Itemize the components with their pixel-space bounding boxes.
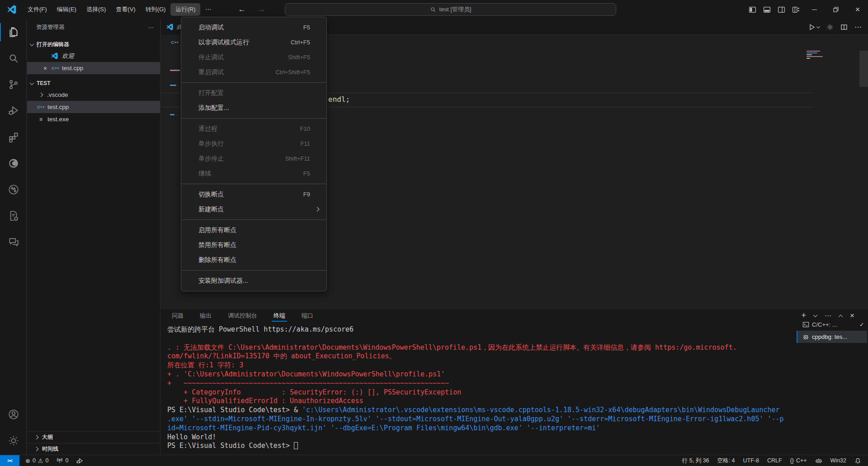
code-token-endl: endl bbox=[328, 95, 346, 104]
activity-source-control[interactable] bbox=[0, 71, 27, 98]
activity-search[interactable] bbox=[0, 45, 27, 71]
forward-arrow-icon[interactable]: → bbox=[257, 5, 265, 14]
customize-layout-icon[interactable] bbox=[791, 5, 801, 14]
close-button[interactable]: × bbox=[847, 0, 868, 19]
toggle-panel-icon[interactable] bbox=[762, 5, 772, 14]
editor-scrollbar-thumb[interactable] bbox=[859, 51, 868, 87]
indentation[interactable]: 空格: 4 bbox=[713, 455, 739, 466]
open-editors-section[interactable]: 打开的编辑器 bbox=[27, 39, 160, 50]
terminal-line: Hello World! bbox=[167, 433, 797, 442]
feedback-robot[interactable] bbox=[811, 455, 826, 466]
split-editor-icon[interactable] bbox=[840, 24, 848, 31]
menu-view[interactable]: 查看(V) bbox=[111, 3, 140, 16]
run-menu-item: 逐过程F10 bbox=[181, 121, 326, 136]
account-button[interactable] bbox=[0, 401, 27, 428]
open-editor-testcpp[interactable]: × C++ test.cpp bbox=[27, 62, 160, 74]
outline-section[interactable]: 大纲 bbox=[27, 431, 160, 443]
remote-icon: >< bbox=[7, 458, 12, 463]
toggle-secondary-sidebar-icon[interactable] bbox=[776, 5, 786, 14]
tree-item-testcpp[interactable]: C++ test.cpp bbox=[27, 101, 160, 113]
check-icon: ✓ bbox=[859, 321, 864, 328]
terminal-profile-chevron-icon[interactable] bbox=[813, 313, 818, 317]
close-editor-icon[interactable]: × bbox=[42, 65, 49, 72]
menu-run[interactable]: 运行(R) bbox=[170, 3, 200, 16]
eol-sequence[interactable]: CRLF bbox=[763, 455, 786, 466]
run-menu-item[interactable]: 删除所有断点 bbox=[181, 252, 326, 267]
menu-separator bbox=[181, 82, 326, 83]
minimize-icon bbox=[812, 10, 817, 10]
tab-debug-console[interactable]: 调试控制台 bbox=[228, 309, 257, 323]
run-cpp-button[interactable] bbox=[808, 24, 820, 31]
run-menu-item[interactable]: 新建断点 bbox=[181, 202, 326, 217]
encoding[interactable]: UTF-8 bbox=[739, 455, 763, 466]
terminal-instance-cpp-task[interactable]: C/C++: ... ✓ bbox=[797, 319, 867, 331]
problems-status[interactable]: ⊗ 0 ⚠ 0 bbox=[21, 455, 52, 466]
run-menu-item[interactable]: 以非调试模式运行Ctrl+F5 bbox=[181, 35, 326, 50]
terminal-output[interactable]: 尝试新的跨平台 PowerShell https://aka.ms/pscore… bbox=[167, 325, 797, 453]
terminal-text-segment: + ~~~~~~~~~~~~~~~~~~~~~~~~~~~~~~~~~~~~~~… bbox=[167, 379, 449, 387]
menu-more-icon[interactable]: ⋯ bbox=[200, 3, 216, 16]
terminal-instance-cppdbg[interactable]: cppdbg: tes... bbox=[797, 331, 867, 343]
platform-target[interactable]: Win32 bbox=[826, 455, 850, 466]
debug-status[interactable] bbox=[72, 455, 87, 466]
tab-ports[interactable]: 端口 bbox=[302, 309, 313, 323]
toggle-sidebar-icon[interactable] bbox=[747, 5, 757, 14]
run-menu-item-label: 逐过程 bbox=[198, 125, 300, 133]
tree-item-vscode-folder[interactable]: .vscode bbox=[27, 89, 160, 101]
tree-item-testexe[interactable]: ≡ test.exe bbox=[27, 113, 160, 125]
submenu-arrow-icon bbox=[315, 207, 320, 212]
terminal-instance-list: C/C++: ... ✓ cppdbg: tes... bbox=[797, 319, 867, 343]
command-center-search[interactable]: test [管理员] bbox=[285, 3, 616, 16]
share-circle-icon bbox=[8, 184, 19, 195]
history-navigation: ← → bbox=[238, 5, 265, 14]
debug-settings-gear-icon[interactable] bbox=[826, 24, 834, 31]
tab-problems[interactable]: 问题 bbox=[172, 309, 184, 323]
activity-extensions[interactable] bbox=[0, 124, 27, 150]
terminal-text-segment: Hello World! bbox=[167, 433, 216, 441]
activity-cpp-tools[interactable] bbox=[0, 203, 27, 229]
panel-tab-bar: 问题 输出 调试控制台 终端 端口 bbox=[172, 309, 313, 323]
run-menu-item[interactable]: 安装附加调试器... bbox=[181, 273, 326, 288]
tab-terminal[interactable]: 终端 bbox=[274, 309, 285, 323]
activity-edge-tools[interactable] bbox=[0, 150, 27, 176]
error-icon: ⊗ bbox=[25, 457, 30, 464]
terminal-line: + CategoryInfo : SecurityError: (:) [], … bbox=[167, 388, 797, 397]
run-menu-item[interactable]: 切换断点F9 bbox=[181, 187, 326, 202]
back-arrow-icon[interactable]: ← bbox=[238, 5, 245, 14]
sidebar-more-icon[interactable]: ⋯ bbox=[148, 24, 154, 31]
run-menu-item: 打开配置 bbox=[181, 86, 326, 100]
menu-goto[interactable]: 转到(G) bbox=[141, 3, 171, 16]
ports-status[interactable]: 0 bbox=[52, 455, 72, 466]
code-line-5[interactable]: endl; bbox=[328, 95, 350, 104]
folder-section-test[interactable]: TEST bbox=[27, 78, 160, 89]
run-menu-item[interactable]: 禁用所有断点 bbox=[181, 238, 326, 252]
timeline-section[interactable]: 时间线 bbox=[27, 443, 160, 455]
code-token-semicolon: ; bbox=[346, 95, 350, 104]
activity-run-debug[interactable] bbox=[0, 98, 27, 124]
activity-explorer[interactable] bbox=[0, 19, 27, 45]
activity-remote-share[interactable] bbox=[0, 176, 27, 203]
minimap[interactable] bbox=[807, 51, 826, 60]
settings-button[interactable] bbox=[0, 428, 27, 454]
menu-edit[interactable]: 编辑(E) bbox=[52, 3, 81, 16]
editor-more-icon[interactable]: ⋯ bbox=[854, 23, 862, 31]
notifications[interactable] bbox=[850, 455, 865, 466]
cursor-position[interactable]: 行 5, 列 36 bbox=[678, 455, 713, 466]
restore-button[interactable] bbox=[826, 0, 846, 19]
open-editor-welcome[interactable]: 欢迎 bbox=[27, 50, 160, 62]
tab-output[interactable]: 输出 bbox=[200, 309, 212, 323]
menu-selection[interactable]: 选择(S) bbox=[81, 3, 111, 16]
code-fragment bbox=[170, 114, 175, 115]
run-menu-item[interactable]: 启动调试F5 bbox=[181, 20, 326, 35]
menu-file[interactable]: 文件(F) bbox=[23, 3, 52, 16]
run-menu-item[interactable]: 添加配置... bbox=[181, 100, 326, 115]
run-menu-item-label: 单步停止 bbox=[198, 155, 285, 163]
minimize-button[interactable] bbox=[804, 0, 825, 19]
run-menu-item[interactable]: 启用所有断点 bbox=[181, 223, 326, 238]
run-menu-item-label: 启动调试 bbox=[198, 24, 303, 32]
run-menu-item-shortcut: Ctrl+F5 bbox=[291, 39, 310, 46]
search-icon bbox=[430, 6, 436, 13]
language-mode[interactable]: {} C++ bbox=[786, 455, 811, 466]
activity-chat[interactable] bbox=[0, 229, 27, 255]
remote-indicator[interactable]: >< bbox=[0, 455, 19, 466]
